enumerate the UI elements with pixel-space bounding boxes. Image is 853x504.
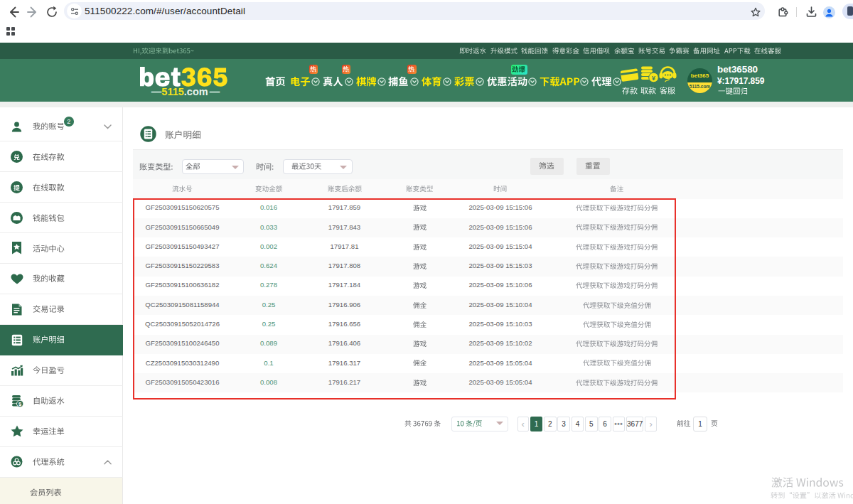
svg-text:¥: ¥ bbox=[652, 74, 656, 82]
